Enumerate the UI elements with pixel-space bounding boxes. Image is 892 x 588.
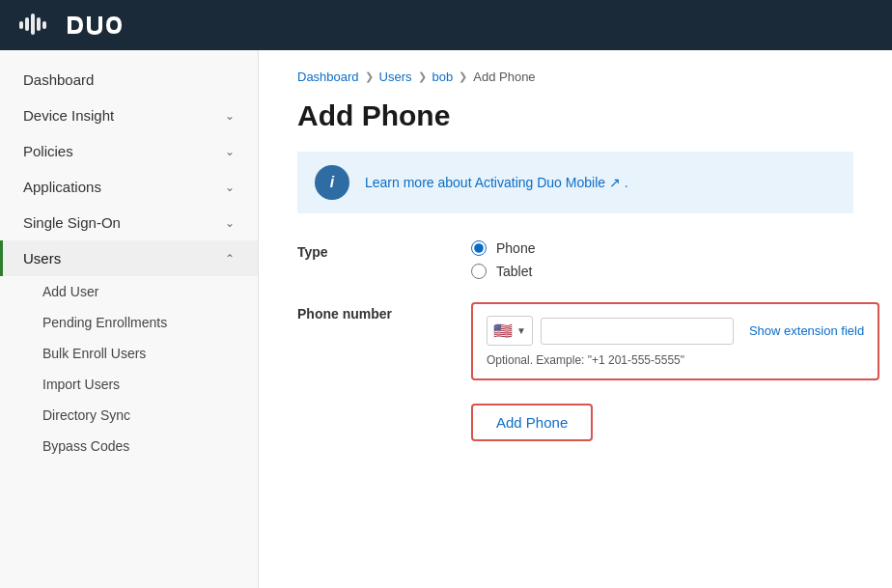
show-extension-link[interactable]: Show extension field bbox=[749, 323, 864, 338]
sidebar-subitem-add-user[interactable]: Add User bbox=[0, 276, 258, 307]
type-tablet-radio[interactable] bbox=[471, 264, 487, 279]
type-row: Type Phone Tablet bbox=[297, 240, 853, 279]
top-nav bbox=[0, 0, 892, 50]
sidebar-item-single-sign-on[interactable]: Single Sign-On ⌄ bbox=[0, 205, 258, 240]
sidebar-item-users[interactable]: Users ⌃ bbox=[0, 240, 258, 276]
chevron-down-icon: ⌄ bbox=[225, 145, 235, 158]
main-layout: Dashboard Device Insight ⌄ Policies ⌄ Ap… bbox=[0, 50, 892, 588]
external-link-icon: ↗ bbox=[609, 175, 621, 190]
info-banner-link[interactable]: Learn more about Activating Duo Mobile ↗ bbox=[365, 175, 625, 190]
duo-logo bbox=[66, 14, 124, 37]
phone-hint: Optional. Example: "+1 201-555-5555" bbox=[487, 353, 864, 367]
page-title: Add Phone bbox=[297, 99, 853, 132]
breadcrumb-dashboard[interactable]: Dashboard bbox=[297, 70, 359, 84]
svg-rect-0 bbox=[19, 21, 23, 29]
chevron-down-icon: ⌄ bbox=[225, 216, 235, 230]
sidebar-item-applications[interactable]: Applications ⌄ bbox=[0, 169, 258, 205]
cisco-logo bbox=[19, 12, 124, 39]
info-banner: i Learn more about Activating Duo Mobile… bbox=[297, 152, 853, 213]
phone-number-row: Phone number 🇺🇸 ▼ Show extension field O… bbox=[297, 302, 853, 380]
type-tablet-label: Tablet bbox=[496, 264, 532, 279]
sidebar-item-device-insight[interactable]: Device Insight ⌄ bbox=[0, 98, 258, 133]
svg-rect-2 bbox=[31, 14, 35, 35]
sidebar-subitem-bypass-codes[interactable]: Bypass Codes bbox=[0, 431, 258, 462]
breadcrumb-users[interactable]: Users bbox=[379, 70, 412, 84]
sidebar-item-dashboard-label: Dashboard bbox=[23, 71, 94, 88]
sidebar-item-users-label: Users bbox=[23, 250, 61, 266]
phone-number-control: 🇺🇸 ▼ Show extension field Optional. Exam… bbox=[471, 302, 879, 380]
type-phone-option[interactable]: Phone bbox=[471, 240, 853, 256]
sidebar-item-single-sign-on-label: Single Sign-On bbox=[23, 214, 121, 231]
add-phone-row: Add Phone bbox=[297, 404, 853, 441]
chevron-up-icon: ⌃ bbox=[225, 252, 235, 266]
type-phone-radio[interactable] bbox=[471, 240, 487, 256]
type-label: Type bbox=[297, 240, 471, 260]
chevron-down-icon: ⌄ bbox=[225, 181, 235, 194]
sidebar-subitem-bulk-enroll-users[interactable]: Bulk Enroll Users bbox=[0, 338, 258, 369]
cisco-icon bbox=[19, 12, 56, 39]
type-phone-label: Phone bbox=[496, 240, 535, 256]
phone-number-input[interactable] bbox=[541, 318, 734, 345]
sidebar-item-policies[interactable]: Policies ⌄ bbox=[0, 133, 258, 169]
phone-number-label: Phone number bbox=[297, 302, 471, 322]
sidebar-subitem-pending-enrollments[interactable]: Pending Enrollments bbox=[0, 307, 258, 338]
sidebar-item-applications-label: Applications bbox=[23, 179, 101, 195]
breadcrumb-sep-3: ❯ bbox=[459, 70, 467, 83]
breadcrumb-bob[interactable]: bob bbox=[432, 70, 454, 84]
breadcrumb-sep-1: ❯ bbox=[365, 70, 374, 83]
us-flag-icon: 🇺🇸 bbox=[493, 322, 513, 340]
svg-rect-1 bbox=[25, 17, 29, 31]
svg-rect-4 bbox=[42, 21, 46, 29]
breadcrumb-sep-2: ❯ bbox=[418, 70, 427, 83]
sidebar-item-policies-label: Policies bbox=[23, 143, 73, 159]
type-tablet-option[interactable]: Tablet bbox=[471, 264, 853, 279]
sidebar-item-device-insight-label: Device Insight bbox=[23, 107, 114, 124]
info-icon-box: i bbox=[315, 165, 349, 200]
sidebar-subitem-import-users[interactable]: Import Users bbox=[0, 369, 258, 400]
sidebar-item-dashboard[interactable]: Dashboard bbox=[0, 62, 258, 98]
breadcrumb-add-phone: Add Phone bbox=[473, 70, 535, 84]
type-radio-group: Phone Tablet bbox=[471, 240, 853, 279]
sidebar: Dashboard Device Insight ⌄ Policies ⌄ Ap… bbox=[0, 50, 259, 588]
add-phone-button[interactable]: Add Phone bbox=[471, 404, 593, 441]
sidebar-subitem-directory-sync[interactable]: Directory Sync bbox=[0, 400, 258, 431]
type-control: Phone Tablet bbox=[471, 240, 853, 279]
country-flag-select[interactable]: 🇺🇸 ▼ bbox=[487, 316, 533, 346]
info-banner-text: Learn more about Activating Duo Mobile ↗… bbox=[365, 175, 628, 190]
info-icon: i bbox=[330, 174, 334, 191]
sidebar-subitems: Add User Pending Enrollments Bulk Enroll… bbox=[0, 276, 258, 462]
chevron-down-icon: ⌄ bbox=[225, 109, 235, 123]
flag-chevron-icon: ▼ bbox=[516, 325, 526, 336]
main-content: Dashboard ❯ Users ❯ bob ❯ Add Phone Add … bbox=[259, 50, 892, 588]
phone-field-wrapper: 🇺🇸 ▼ Show extension field Optional. Exam… bbox=[471, 302, 879, 380]
breadcrumb: Dashboard ❯ Users ❯ bob ❯ Add Phone bbox=[297, 70, 853, 84]
svg-rect-3 bbox=[37, 17, 41, 31]
phone-input-row: 🇺🇸 ▼ Show extension field bbox=[487, 316, 864, 346]
